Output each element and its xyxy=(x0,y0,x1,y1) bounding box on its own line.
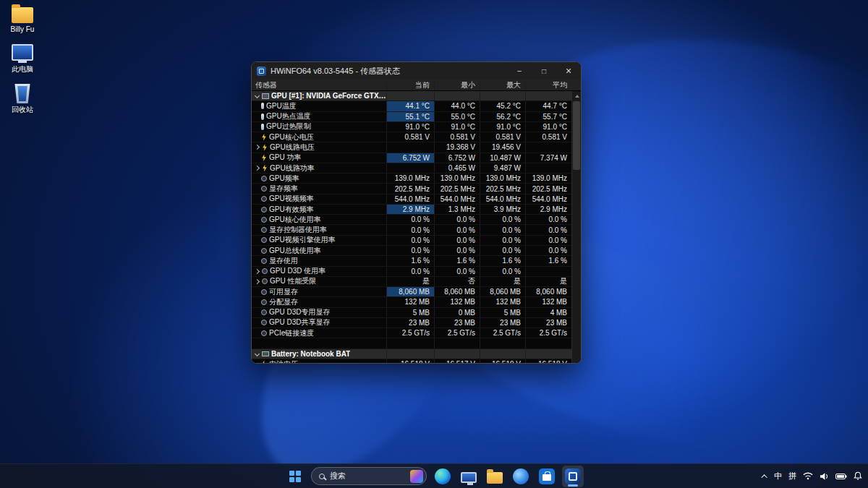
sensor-name-cell: 分配显存 xyxy=(252,297,386,307)
circle-icon xyxy=(261,227,267,233)
wifi-icon[interactable] xyxy=(803,472,813,480)
sensor-value-cur: 0.0 % xyxy=(386,215,434,224)
sensor-value-min: 0.0 % xyxy=(434,267,480,276)
sensor-value-avg: 8,060 MB xyxy=(525,287,571,296)
column-header-sensor[interactable]: 传感器 xyxy=(252,80,386,90)
sensor-row[interactable]: GPU 性能受限是否是是 xyxy=(252,277,571,287)
sensor-row[interactable]: GPU核心使用率0.0 %0.0 %0.0 %0.0 % xyxy=(252,215,571,225)
sensor-row[interactable]: 显存频率202.5 MHz202.5 MHz202.5 MHz202.5 MHz xyxy=(252,184,571,194)
sensor-row[interactable]: 显存使用1.6 %1.6 %1.6 %1.6 % xyxy=(252,256,571,266)
taskbar-app-file-explorer[interactable] xyxy=(484,466,506,487)
sensor-value-max: 132 MB xyxy=(480,297,525,307)
sensor-row[interactable]: GPU频率139.0 MHz139.0 MHz139.0 MHz139.0 MH… xyxy=(252,174,571,184)
sensor-label: GPU D3D共享显存 xyxy=(269,318,330,328)
ime-mode-indicator[interactable]: 拼 xyxy=(788,471,796,481)
column-header-min[interactable]: 最小 xyxy=(434,80,480,90)
sensor-name-cell: GPU热点温度 xyxy=(252,112,386,121)
desktop-icon-recycle-bin[interactable]: 回收站 xyxy=(1,84,43,114)
sensor-label: 可用显存 xyxy=(269,287,298,296)
sensor-value-avg: 55.7 °C xyxy=(525,112,571,121)
system-tray: 中 拼 xyxy=(763,464,862,488)
sensor-row[interactable]: GPU总线使用率0.0 %0.0 %0.0 %0.0 % xyxy=(252,246,571,256)
sensor-value-cur xyxy=(386,91,434,100)
vertical-scrollbar[interactable] xyxy=(571,91,581,364)
battery-icon[interactable] xyxy=(835,473,847,480)
taskbar-app-edge[interactable] xyxy=(432,466,454,487)
sensor-row[interactable]: GPU线路电压19.368 V19.456 V xyxy=(252,142,571,153)
taskbar-app-browser[interactable] xyxy=(510,466,532,487)
sensor-label: 显存频率 xyxy=(269,184,298,193)
sensor-name-cell: 显存使用 xyxy=(252,256,386,265)
maximize-button[interactable] xyxy=(532,62,556,80)
sensor-value-cur xyxy=(386,338,434,348)
sensor-name-cell: GPU频率 xyxy=(252,174,386,183)
expand-chevron-icon[interactable] xyxy=(255,269,260,274)
volume-icon[interactable] xyxy=(820,472,829,481)
sensor-value-min: 132 MB xyxy=(434,297,480,307)
sensor-row[interactable]: 显存控制器使用率0.0 %0.0 %0.0 %0.0 % xyxy=(252,225,571,235)
sensor-row[interactable]: GPU D3D专用显存5 MB0 MB5 MB4 MB xyxy=(252,308,571,318)
titlebar[interactable]: HWiNFO64 v8.03-5445 - 传感器状态 xyxy=(252,62,581,80)
desktop-icon-this-pc[interactable]: 此电脑 xyxy=(1,44,43,73)
sensor-label: GPU温度 xyxy=(266,101,297,111)
tray-overflow-chevron-icon[interactable] xyxy=(761,474,767,480)
column-header-max[interactable]: 最大 xyxy=(480,80,525,90)
sensor-value-min: 否 xyxy=(434,277,480,286)
sensor-value-min: 2.5 GT/s xyxy=(434,328,480,338)
sensor-label: 分配显存 xyxy=(269,297,298,307)
sensor-row[interactable]: 电池电压16.518 V16.517 V16.519 V16.518 V xyxy=(252,359,571,364)
taskbar-app-task-view[interactable] xyxy=(458,466,480,487)
sensor-row[interactable]: GPU线路功率0.465 W9.487 W xyxy=(252,163,571,174)
start-button[interactable] xyxy=(284,466,306,487)
close-button[interactable] xyxy=(556,62,581,80)
sensor-row[interactable]: 可用显存8,060 MB8,060 MB8,060 MB8,060 MB xyxy=(252,287,571,297)
sensor-label: GPU 性能受限 xyxy=(270,277,316,286)
sensor-row[interactable]: GPU过热限制91.0 °C91.0 °C91.0 °C91.0 °C xyxy=(252,122,571,132)
sensor-name-cell: 电池电压 xyxy=(252,359,386,364)
taskbar-app-store[interactable] xyxy=(536,466,558,487)
sensor-row[interactable]: GPU视频引擎使用率0.0 %0.0 %0.0 %0.0 % xyxy=(252,236,571,246)
expand-chevron-icon[interactable] xyxy=(255,166,260,171)
taskbar-apps xyxy=(432,466,584,487)
sensor-row[interactable]: GPU D3D 使用率0.0 %0.0 %0.0 % xyxy=(252,267,571,277)
ime-language-indicator[interactable]: 中 xyxy=(774,471,782,481)
sensor-value-avg: 16.518 V xyxy=(525,359,571,364)
desktop-icon-billy-fu[interactable]: Billy Fu xyxy=(1,4,43,33)
column-header-avg[interactable]: 平均 xyxy=(525,80,571,90)
sensor-group-row[interactable]: Battery: Notebook BAT xyxy=(252,349,571,359)
taskbar-app-hwinfo[interactable] xyxy=(562,466,584,487)
sensor-row[interactable]: 分配显存132 MB132 MB132 MB132 MB xyxy=(252,297,571,307)
sensor-value-avg: 202.5 MHz xyxy=(525,184,571,193)
sensor-value-max: 5 MB xyxy=(480,308,525,317)
sensor-name-cell: GPU线路功率 xyxy=(252,163,386,173)
scrollbar-thumb[interactable] xyxy=(573,101,580,170)
gpu-icon xyxy=(262,93,269,99)
scroll-up-icon[interactable] xyxy=(572,91,582,100)
column-header-current[interactable]: 当前 xyxy=(386,80,434,90)
search-box[interactable]: 搜索 xyxy=(311,467,427,485)
sensor-row[interactable]: PCIe链接速度2.5 GT/s2.5 GT/s2.5 GT/s2.5 GT/s xyxy=(252,328,571,338)
sensor-value-max: 45.2 °C xyxy=(480,101,525,111)
collapse-chevron-icon[interactable] xyxy=(255,93,260,98)
expand-chevron-icon[interactable] xyxy=(255,145,260,150)
sensor-value-min: 0 MB xyxy=(434,308,480,317)
sensor-label: GPU总线使用率 xyxy=(269,246,321,255)
sensor-row[interactable]: GPU D3D共享显存23 MB23 MB23 MB23 MB xyxy=(252,318,571,328)
notification-bell-icon[interactable] xyxy=(854,471,862,481)
expand-chevron-icon[interactable] xyxy=(255,279,260,284)
sensor-row[interactable]: GPU 功率6.752 W6.752 W10.487 W7.374 W xyxy=(252,153,571,163)
sensor-row[interactable]: GPU热点温度55.1 °C55.0 °C56.2 °C55.7 °C xyxy=(252,112,571,122)
sensor-name-cell: GPU核心电压 xyxy=(252,132,386,142)
sensor-value-cur: 8,060 MB xyxy=(386,287,434,296)
circle-icon xyxy=(261,320,267,325)
sensor-row[interactable]: GPU温度44.1 °C44.0 °C45.2 °C44.7 °C xyxy=(252,101,571,111)
minimize-button[interactable] xyxy=(507,62,532,80)
sensor-row[interactable]: GPU有效频率2.9 MHz1.3 MHz3.9 MHz2.9 MHz xyxy=(252,205,571,215)
sensor-value-max: 0.581 V xyxy=(480,132,525,142)
sensor-row[interactable]: GPU视频频率544.0 MHz544.0 MHz544.0 MHz544.0 … xyxy=(252,194,571,205)
circle-icon xyxy=(261,186,267,192)
collapse-chevron-icon[interactable] xyxy=(255,351,260,356)
sensor-group-row[interactable]: GPU [#1]: NVIDIA GeForce GTX 1070 xyxy=(252,91,571,101)
sensor-row[interactable]: GPU核心电压0.581 V0.581 V0.581 V0.581 V xyxy=(252,132,571,142)
sensor-name-cell: 显存控制器使用率 xyxy=(252,225,386,234)
